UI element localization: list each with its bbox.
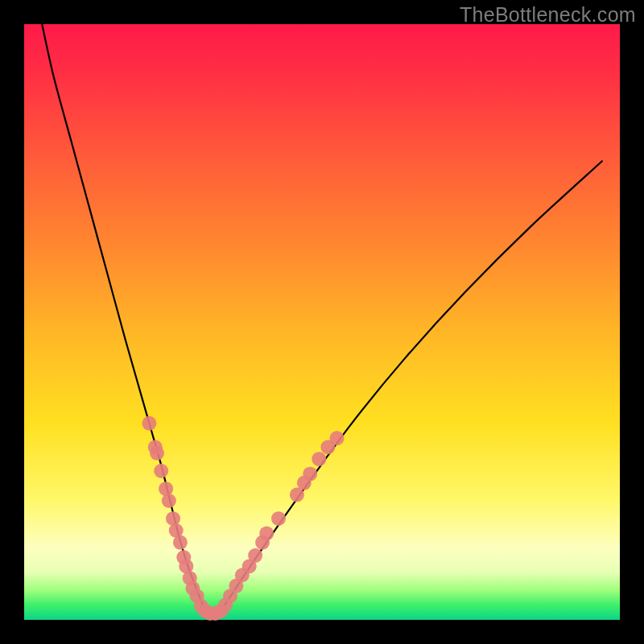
curve-layer (24, 24, 620, 620)
marker-dot (162, 493, 176, 508)
marker-dot (259, 526, 274, 541)
marker-dot (142, 416, 156, 431)
marker-dot (154, 464, 168, 478)
marker-dot (303, 467, 317, 481)
marker-layer (142, 416, 344, 621)
marker-dot (248, 548, 262, 563)
marker-dot (312, 452, 326, 466)
plot-area (24, 24, 620, 620)
marker-dot (330, 431, 345, 445)
marker-dot (271, 511, 286, 526)
bottleneck-curve (42, 24, 602, 615)
marker-dot (150, 446, 164, 460)
chart-frame: TheBottleneck.com (0, 0, 644, 644)
marker-dot (173, 535, 188, 550)
watermark-text: TheBottleneck.com (460, 3, 636, 27)
